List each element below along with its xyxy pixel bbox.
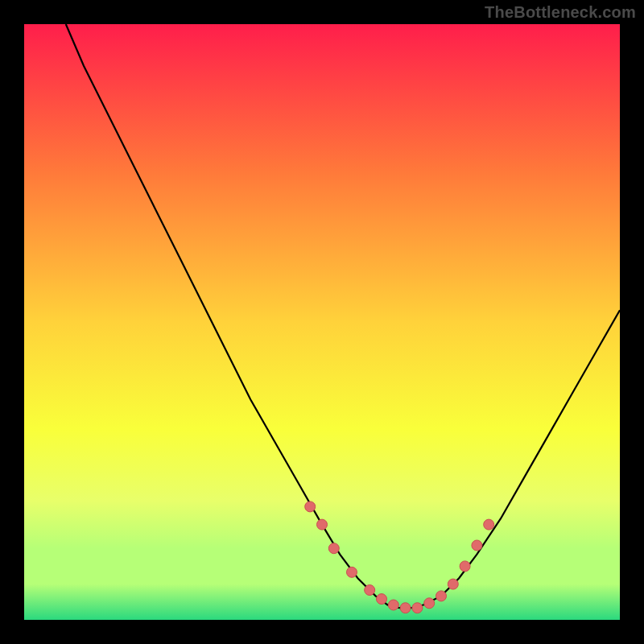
highlight-dot	[472, 540, 482, 551]
highlight-dot	[305, 502, 316, 512]
highlight-dot	[388, 600, 398, 610]
highlight-dot	[400, 603, 411, 613]
bottleneck-chart	[0, 0, 644, 644]
watermark-text: TheBottleneck.com	[485, 3, 636, 22]
highlight-dot	[328, 543, 339, 554]
highlight-dot	[412, 603, 423, 613]
gradient-panel	[24, 24, 620, 620]
highlight-dot	[436, 591, 447, 601]
highlight-dot	[448, 579, 458, 589]
highlight-dot	[484, 519, 494, 530]
highlight-dot	[377, 594, 387, 605]
highlight-dot	[365, 585, 375, 596]
highlight-dot	[460, 561, 470, 572]
chart-stage: TheBottleneck.com	[0, 0, 644, 644]
highlight-dot	[317, 519, 328, 530]
highlight-dot	[347, 567, 357, 577]
highlight-dot	[424, 598, 435, 609]
